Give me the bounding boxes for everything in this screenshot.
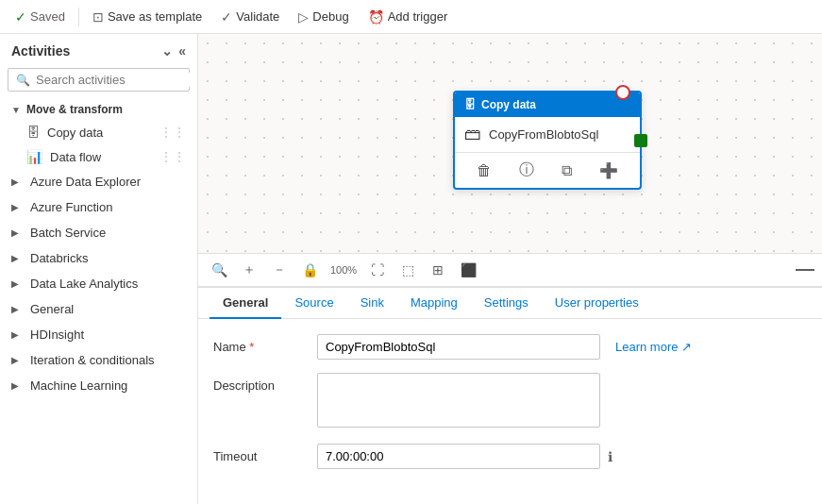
section-general[interactable]: ▶ General	[0, 296, 197, 322]
canvas-area: 🗄 Copy data 🗃 CopyFromBlobtoSql 🗑 ⓘ ⧉ ➕ …	[198, 34, 822, 504]
save-template-button[interactable]: ⊡ Save as template	[85, 6, 210, 28]
validate-button[interactable]: ✓ Validate	[213, 6, 287, 28]
timeout-row: Timeout ℹ	[213, 444, 807, 469]
lock-button[interactable]: 🔒	[296, 257, 323, 283]
search-canvas-button[interactable]: 🔍	[206, 257, 232, 283]
section-azure-data-explorer[interactable]: ▶ Azure Data Explorer	[0, 169, 197, 194]
debug-icon: ▷	[298, 9, 309, 25]
section-move-transform[interactable]: ▼ Move & transform	[0, 99, 197, 120]
chevron-right-icon: ▶	[11, 176, 23, 187]
activity-data-flow[interactable]: 📊 Data flow ⋮⋮	[0, 144, 197, 169]
chevron-right-icon: ▶	[11, 227, 23, 238]
connect-icon[interactable]: ➕	[596, 158, 622, 183]
activity-copy-data[interactable]: 🗄 Copy data ⋮⋮	[0, 120, 197, 144]
node-header-label: Copy data	[481, 98, 536, 111]
auto-layout-button[interactable]: ⊞	[425, 257, 451, 283]
saved-icon: ✓	[15, 9, 26, 25]
save-template-icon: ⊡	[92, 9, 104, 25]
chevron-right-icon: ▶	[11, 329, 23, 340]
chevron-right-icon: ▶	[11, 380, 23, 391]
name-input[interactable]	[317, 334, 600, 360]
section-iteration-conditionals[interactable]: ▶ Iteration & conditionals	[0, 347, 197, 373]
section-label-text: Batch Service	[30, 226, 106, 240]
name-row: Name * Learn more ↗	[213, 334, 807, 360]
tab-settings[interactable]: Settings	[471, 288, 542, 319]
tab-source[interactable]: Source	[281, 288, 346, 319]
select-button[interactable]: ⬚	[394, 257, 421, 283]
copy-data-label: Copy data	[47, 126, 103, 140]
chevron-right-icon: ▶	[11, 355, 23, 365]
add-trigger-button[interactable]: ⏰ Add trigger	[361, 6, 456, 28]
pipeline-canvas[interactable]: 🗄 Copy data 🗃 CopyFromBlobtoSql 🗑 ⓘ ⧉ ➕	[198, 34, 822, 253]
section-label-text: Iteration & conditionals	[30, 353, 155, 367]
chevron-right-icon: ▶	[11, 304, 23, 314]
section-label-text: Move & transform	[26, 103, 123, 116]
timeout-label: Timeout	[213, 444, 317, 463]
node-success-dot	[634, 134, 647, 147]
tab-sink[interactable]: Sink	[347, 288, 397, 319]
main-toolbar: ✓ Saved ⊡ Save as template ✓ Validate ▷ …	[0, 0, 822, 34]
section-machine-learning[interactable]: ▶ Machine Learning	[0, 373, 197, 398]
saved-status: ✓ Saved	[8, 6, 73, 28]
chevron-right-icon: ▶	[11, 278, 23, 289]
chevron-right-icon: ▶	[11, 202, 23, 212]
debug-button[interactable]: ▷ Debug	[291, 6, 356, 28]
zoom-100-button[interactable]: 100%	[327, 257, 361, 283]
section-label-text: Databricks	[30, 251, 88, 265]
toolbar-divider-1	[78, 8, 79, 26]
node-error-indicator	[615, 85, 630, 100]
drag-handle[interactable]: ⋮⋮	[159, 125, 186, 140]
section-hdinsight[interactable]: ▶ HDInsight	[0, 322, 197, 347]
data-flow-label: Data flow	[50, 150, 101, 164]
drag-handle-2[interactable]: ⋮⋮	[159, 149, 186, 164]
database-icon: 🗃	[464, 125, 481, 144]
tab-mapping[interactable]: Mapping	[397, 288, 471, 319]
section-data-lake-analytics[interactable]: ▶ Data Lake Analytics	[0, 271, 197, 296]
collapse-all-icon[interactable]: «	[178, 43, 186, 59]
learn-more-link[interactable]: Learn more ↗	[615, 334, 692, 354]
copy-data-icon: 🗄	[26, 125, 40, 140]
name-label: Name *	[213, 334, 317, 354]
required-indicator: *	[249, 340, 254, 354]
sidebar-title: Activities	[11, 43, 70, 59]
zoom-out-button[interactable]: －	[266, 257, 293, 283]
section-label-text: General	[30, 302, 74, 316]
trigger-icon: ⏰	[368, 9, 384, 25]
section-label-text: Azure Function	[30, 200, 112, 214]
description-row: Description	[213, 373, 807, 430]
zoom-in-button[interactable]: ＋	[236, 257, 262, 283]
section-batch-service[interactable]: ▶ Batch Service	[0, 220, 197, 245]
info-icon[interactable]: ⓘ	[515, 157, 538, 184]
timeout-control	[317, 444, 600, 469]
search-input[interactable]	[36, 73, 194, 87]
section-azure-function[interactable]: ▶ Azure Function	[0, 194, 197, 220]
divider-line	[796, 269, 814, 271]
description-input[interactable]	[317, 373, 600, 428]
section-label-text: Data Lake Analytics	[30, 277, 138, 291]
sidebar-header: Activities ⌄ «	[0, 34, 197, 64]
description-label: Description	[213, 373, 317, 393]
canvas-toolbar: 🔍 ＋ － 🔒 100% ⛶ ⬚ ⊞ ⬛	[198, 253, 822, 287]
collapse-icon[interactable]: ⌄	[161, 43, 173, 59]
minimap-button[interactable]: ⬛	[455, 257, 481, 283]
tab-user-properties[interactable]: User properties	[542, 288, 652, 319]
delete-icon[interactable]: 🗑	[473, 159, 495, 183]
sidebar-header-actions[interactable]: ⌄ «	[161, 43, 186, 59]
copy-icon[interactable]: ⧉	[558, 159, 576, 183]
bottom-panel: General Source Sink Mapping Settings Use…	[198, 287, 822, 504]
timeout-info-icon[interactable]: ℹ	[608, 444, 612, 464]
timeout-input[interactable]	[317, 444, 600, 469]
chevron-right-icon: ▶	[11, 253, 23, 263]
copy-data-header-icon: 🗄	[464, 98, 476, 111]
section-databricks[interactable]: ▶ Databricks	[0, 245, 197, 271]
search-icon: 🔍	[16, 74, 30, 87]
tab-general[interactable]: General	[210, 288, 281, 319]
node-actions: 🗑 ⓘ ⧉ ➕	[455, 152, 640, 188]
panel-content: Name * Learn more ↗ Description	[198, 319, 822, 504]
external-link-icon: ↗	[681, 340, 692, 354]
name-control	[317, 334, 600, 360]
fit-view-button[interactable]: ⛶	[364, 257, 391, 283]
data-flow-icon: 📊	[26, 149, 42, 164]
search-box[interactable]: 🔍	[8, 68, 190, 92]
copy-data-node[interactable]: 🗄 Copy data 🗃 CopyFromBlobtoSql 🗑 ⓘ ⧉ ➕	[453, 91, 642, 190]
